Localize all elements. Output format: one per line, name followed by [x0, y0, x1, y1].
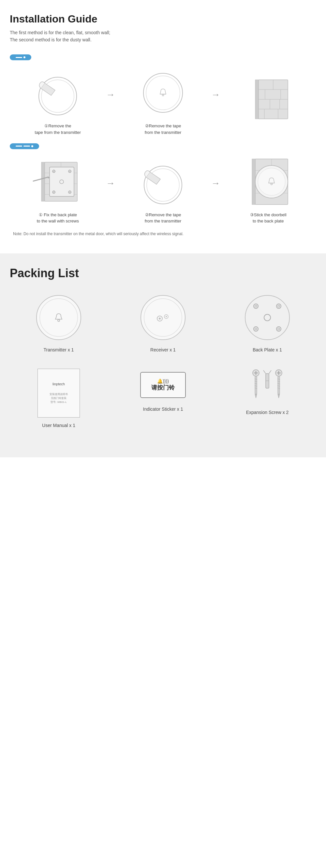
backplate-illustration — [243, 293, 292, 342]
installation-title: Installation Guide — [10, 13, 316, 25]
screws-illustration — [243, 369, 292, 405]
backplate-label: Back Plate x 1 — [253, 347, 282, 352]
svg-point-35 — [69, 191, 70, 192]
svg-point-61 — [159, 317, 161, 319]
method1-step1-label: ①Remove thetape from the transmitter — [35, 123, 81, 135]
step2-illustration — [137, 67, 189, 119]
packing-manual: linptech 安装使用说明书无线门铃套装型号: WB01-L User Ma… — [26, 369, 91, 428]
method2-step3-illus — [242, 156, 294, 208]
method2-step1: ① Fix the back plateto the wall with scr… — [13, 156, 103, 224]
packing-row2: linptech 安装使用说明书无线门铃套装型号: WB01-L User Ma… — [10, 369, 316, 428]
method1-steps-row: ①Remove thetape from the transmitter → ②… — [10, 67, 316, 135]
packing-screws: Expansion Screw x 2 — [235, 369, 300, 415]
svg-rect-27 — [50, 167, 74, 196]
svg-rect-16 — [255, 80, 259, 119]
badge-line3 — [24, 146, 30, 147]
method2-step1-illus — [32, 156, 84, 208]
method2-step1-label: ① Fix the back plateto the wall with scr… — [37, 212, 79, 224]
svg-marker-83 — [255, 394, 257, 398]
badge-line2 — [16, 146, 22, 147]
method1-step3 — [223, 73, 313, 129]
packing-row1: Transmitter x 1 Receiver x 1 — [10, 293, 316, 352]
badge-dot — [24, 56, 25, 58]
packing-backplate: Back Plate x 1 — [235, 293, 300, 352]
method2-step3: ③Stick the doorbellto the back plate — [223, 156, 313, 224]
manual-brand: linptech — [53, 382, 65, 386]
svg-point-54 — [36, 296, 81, 340]
manual-label: User Manual x 1 — [42, 423, 75, 428]
transmitter-label: Transmitter x 1 — [44, 347, 74, 352]
method1-badge — [10, 54, 31, 60]
transmitter-illustration — [34, 293, 83, 342]
method2-step2-label: ②Remove the tapefrom the transmitter — [145, 212, 182, 224]
method1-step1: ①Remove thetape from the transmitter — [13, 67, 103, 135]
method2-step3-label: ③Stick the doorbellto the back plate — [250, 212, 287, 224]
arrow4: → — [211, 178, 220, 189]
installation-subtitle: The first method is for the clean, flat,… — [10, 29, 316, 44]
svg-point-31 — [69, 171, 70, 172]
svg-point-3 — [146, 76, 180, 110]
sticker-illustration: 🔔)))) 请按门铃 — [140, 372, 186, 398]
badge-line — [16, 57, 22, 58]
method2-steps-row: ① Fix the back plateto the wall with scr… — [10, 156, 316, 224]
arrow3: → — [106, 178, 115, 189]
screws-label: Expansion Screw x 2 — [246, 410, 289, 415]
method1-step2: ②Remove the tapefrom the transmitter — [118, 67, 208, 135]
packing-section: Packing List Transmitter x 1 — [0, 253, 326, 457]
method1-step2-label: ②Remove the tapefrom the transmitter — [145, 123, 182, 135]
installation-note: Note: Do not install the transmitter on … — [13, 231, 313, 237]
packing-transmitter: Transmitter x 1 — [26, 293, 91, 352]
manual-text: 安装使用说明书无线门铃套装型号: WB01-L — [50, 393, 68, 404]
receiver-illustration — [139, 293, 187, 342]
svg-point-29 — [54, 171, 54, 172]
method2-badge — [10, 143, 39, 149]
svg-point-4 — [162, 94, 164, 96]
svg-point-2 — [143, 73, 183, 112]
step1-illustration — [32, 67, 84, 119]
badge-dot2 — [31, 145, 33, 147]
method2-step2-illus — [137, 156, 189, 208]
packing-receiver: Receiver x 1 — [130, 293, 196, 352]
method2-step2: ②Remove the tapefrom the transmitter — [118, 156, 208, 224]
packing-sticker: 🔔)))) 请按门铃 Indicator Sticker x 1 — [130, 369, 196, 412]
svg-point-58 — [141, 296, 185, 340]
sticker-bell: 🔔)))) — [157, 378, 169, 384]
svg-marker-95 — [278, 394, 280, 398]
installation-section: Installation Guide The first method is f… — [0, 0, 326, 253]
svg-rect-26 — [41, 162, 45, 201]
svg-point-52 — [258, 168, 285, 195]
svg-point-63 — [166, 316, 167, 317]
arrow2: → — [211, 90, 220, 100]
receiver-label: Receiver x 1 — [150, 347, 176, 352]
sticker-text: 请按门铃 — [151, 384, 175, 392]
svg-point-33 — [54, 191, 54, 192]
manual-illustration: linptech 安装使用说明书无线门铃套装型号: WB01-L — [37, 369, 80, 417]
step3-illustration — [242, 73, 294, 125]
sticker-label: Indicator Sticker x 1 — [143, 406, 183, 412]
svg-point-64 — [245, 296, 290, 340]
arrow1: → — [106, 90, 115, 100]
packing-title: Packing List — [10, 267, 316, 280]
svg-rect-50 — [252, 159, 255, 205]
